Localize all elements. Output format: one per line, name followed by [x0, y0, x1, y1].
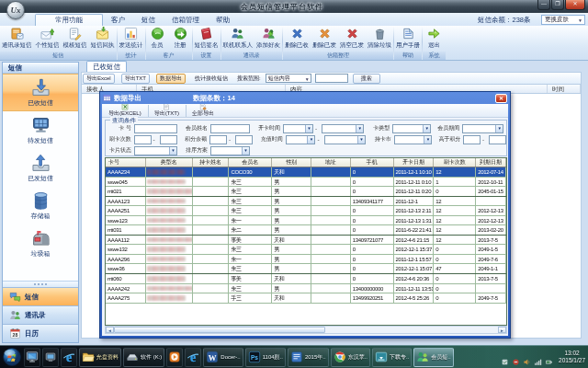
sidebar-section[interactable]: 短信 [3, 287, 78, 305]
query-input[interactable] [160, 135, 177, 144]
grid-column-header[interactable]: 类型名 [146, 158, 193, 167]
taskbar-button[interactable] [166, 348, 183, 367]
query-dropdown[interactable]: ▼ [324, 135, 367, 144]
query-dropdown[interactable]: ▼ [394, 135, 433, 144]
taskbar-button[interactable]: e [185, 348, 201, 367]
ribbon-button[interactable]: 用户手册 [394, 27, 422, 50]
grid-row[interactable]: AAAA296朱一男02011-12-1 15:5702049-7-6 [106, 255, 506, 265]
taskbar-button[interactable]: 会员短.. [413, 348, 453, 367]
ribbon-button[interactable]: 短信签名 [193, 27, 220, 50]
ribbon-button[interactable]: 删除已收 [283, 27, 311, 50]
grid-column-header[interactable]: 会员名 [229, 158, 272, 167]
grid-row[interactable]: sswe123朱一男02011-12-13 1:31122012-12-13 [106, 216, 506, 226]
sidebar-folder[interactable]: 已发短信 [3, 149, 78, 187]
taskbar-button[interactable] [42, 348, 59, 367]
taskbar-button[interactable] [24, 348, 40, 367]
grid-column-header[interactable]: 性别 [272, 158, 311, 167]
dialog-hscrollbar[interactable]: ◄ ► [105, 326, 507, 334]
query-input[interactable] [489, 135, 506, 144]
grid-row[interactable]: rrtt060事美天和02012-4-6 20:3602013-7-5 [106, 274, 506, 284]
query-dropdown[interactable]: ▼ [286, 135, 316, 144]
ribbon-tab[interactable]: 短信 [133, 15, 164, 26]
query-dropdown[interactable]: ▼ [462, 124, 503, 133]
sidebar-folder[interactable]: 垃圾箱 [3, 224, 78, 262]
query-dropdown[interactable]: ▼ [392, 124, 431, 133]
grid-row[interactable]: rrtt031朱二男02011-6-22 21:41122013-02-20 [106, 225, 506, 236]
dialog-toolbar-button[interactable]: 导出(EXCEL) [105, 104, 145, 118]
grid-row[interactable]: AAAA242朱三男134000000002011-12-11 13:510 [106, 284, 506, 294]
search-input[interactable] [315, 74, 348, 83]
query-dropdown[interactable]: ▼ [134, 146, 177, 155]
ribbon-tab[interactable]: 信箱管理 [164, 15, 208, 26]
start-button[interactable] [2, 347, 22, 367]
search-button[interactable]: 搜索 [353, 74, 380, 84]
close-button[interactable]: ✕ [565, 0, 585, 10]
title-bar[interactable]: 会员短信管理平台软件 [0, 0, 588, 13]
grid-row[interactable]: sswe36朱三男02012-12-1 15:07472049-1-1 [106, 264, 506, 274]
search-scope-select[interactable]: 短信内容 ▼ [266, 74, 311, 83]
ribbon-tab[interactable]: 常用功能 [35, 14, 103, 26]
dialog-close-button[interactable]: ✕ [495, 94, 507, 103]
grid-row[interactable]: AAAA275手三天和134999202512012-4-5 25:260204… [106, 293, 506, 304]
sidebar-section[interactable]: 28日历 [3, 324, 78, 342]
grid-column-header[interactable]: 卡号 [106, 158, 146, 167]
query-input[interactable] [134, 124, 177, 133]
grid-column-header[interactable]: 到期日期 [476, 158, 506, 167]
dialog-title-bar[interactable]: 数据导出 数据条数：14 [100, 92, 510, 104]
ribbon-tab[interactable]: 帮助 [208, 15, 238, 26]
ribbon-button[interactable]: 清除垃圾 [366, 27, 393, 50]
grid-row[interactable]: rrtt021朱三男02011-12-11 0:2002045-01-15 [106, 187, 506, 197]
ribbon-button[interactable]: 模板短信 [62, 27, 89, 50]
ribbon-button[interactable]: 清空已发 [338, 27, 366, 50]
ribbon-button[interactable]: 短信回执 [89, 27, 117, 50]
taskbar-button[interactable]: WDocer-.. [203, 348, 243, 367]
grid-column-header[interactable]: 持卡姓名 [193, 158, 230, 167]
hscroll-thumb[interactable] [114, 327, 325, 333]
dialog-toolbar-button[interactable]: 全部导出 [188, 104, 218, 118]
ribbon-button[interactable]: 添加好友 [254, 27, 282, 50]
ribbon-button[interactable]: 删除已发 [311, 27, 338, 50]
taskbar-button[interactable]: e [61, 348, 77, 367]
taskbar-button[interactable]: Ps1104剧.. [245, 348, 286, 367]
grid-row[interactable]: sswe045朱三男02011-12-11 0:1012012-10-11 [106, 178, 506, 188]
taskbar-clock[interactable]: 13:02 2015/1/27 [559, 350, 588, 364]
taskbar-button[interactable]: 下载专.. [372, 348, 412, 367]
sidebar-folder[interactable]: 待发短信 [3, 111, 78, 149]
grid-column-header[interactable]: 地址 [311, 158, 351, 167]
grid-row[interactable]: sswe132朱三男02012-12-1 15:3702049-1-5 [106, 245, 506, 255]
ribbon-button[interactable]: 会员 [146, 27, 169, 50]
toolbar-button[interactable]: 导出Excel [83, 74, 115, 84]
ribbon-button[interactable]: 联机联系人 [221, 27, 255, 50]
ribbon-button[interactable]: 退出 [423, 27, 446, 50]
scroll-left-arrow-icon[interactable]: ◄ [106, 327, 114, 333]
query-input[interactable] [235, 135, 253, 144]
ribbon-button[interactable]: 注册 [169, 27, 192, 50]
query-dropdown[interactable]: ▼ [210, 146, 250, 155]
minimize-button[interactable]: — [537, 0, 550, 10]
maximize-button[interactable]: ❐ [551, 0, 564, 10]
app-logo-icon[interactable]: Ux [6, 1, 25, 19]
grid-column-header[interactable]: 手机 [351, 158, 394, 167]
skin-select[interactable]: 更换皮肤 ▼ [541, 15, 585, 25]
ribbon-button[interactable]: 通讯录短信 [0, 27, 34, 50]
taskbar-button[interactable]: 软件 (K:) [123, 348, 164, 367]
grid-row[interactable]: AAAA234COCO30天和02011-12-1 10:10122012-07… [106, 167, 506, 178]
taskbar-button[interactable]: 东汉苹.. [331, 348, 370, 367]
ribbon-button[interactable]: 个性短信 [34, 27, 62, 50]
inbox-column-header[interactable]: 时间 [548, 85, 581, 93]
ribbon-button[interactable]: 发送统计 [118, 27, 145, 50]
query-dropdown[interactable]: ▼ [283, 124, 313, 133]
dialog-toolbar-button[interactable]: 导出(TXT) [151, 104, 183, 118]
grid-row[interactable]: AAAA112事美天和134097210772012-4-6 21:151220… [106, 236, 506, 246]
sidebar-section[interactable]: 通讯录 [3, 305, 78, 324]
toolbar-button[interactable]: 导出TXT [121, 74, 150, 84]
toolbar-button[interactable]: 数据导出 [156, 74, 186, 84]
grid-row[interactable]: AAAA251朱三男02011-12-13 2:11122012-12-13 [106, 206, 506, 216]
query-dropdown[interactable]: ▼ [322, 124, 364, 133]
grid-column-header[interactable]: 开卡日期 [394, 158, 435, 167]
query-input[interactable] [134, 135, 152, 144]
sidebar-splitter[interactable] [3, 281, 78, 287]
query-input[interactable] [463, 135, 481, 144]
sidebar-folder[interactable]: 存储箱 [3, 187, 78, 224]
scroll-right-arrow-icon[interactable]: ► [498, 327, 506, 333]
